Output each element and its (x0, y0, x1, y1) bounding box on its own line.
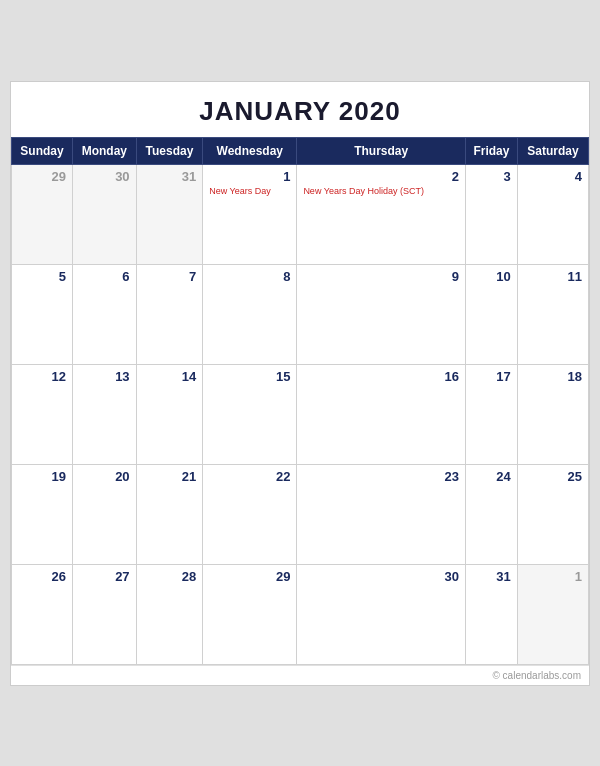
day-header-friday: Friday (466, 137, 518, 164)
calendar-day-cell: 3 (466, 164, 518, 264)
day-number: 19 (18, 469, 66, 484)
calendar-day-cell: 29 (12, 164, 73, 264)
day-header-wednesday: Wednesday (203, 137, 297, 164)
calendar-day-cell: 13 (73, 364, 137, 464)
day-header-monday: Monday (73, 137, 137, 164)
calendar-event: New Years Day Holiday (SCT) (303, 186, 459, 198)
day-number: 30 (303, 569, 459, 584)
day-number: 24 (472, 469, 511, 484)
day-number: 21 (143, 469, 197, 484)
day-number: 6 (79, 269, 130, 284)
calendar-title: JANUARY 2020 (11, 82, 589, 137)
day-number: 14 (143, 369, 197, 384)
calendar-week-row: 2627282930311 (12, 564, 589, 664)
calendar-day-cell: 29 (203, 564, 297, 664)
calendar-day-cell: 21 (136, 464, 203, 564)
calendar-day-cell: 6 (73, 264, 137, 364)
day-number: 26 (18, 569, 66, 584)
calendar-day-cell: 17 (466, 364, 518, 464)
calendar-day-cell: 15 (203, 364, 297, 464)
day-number: 1 (524, 569, 582, 584)
calendar-day-cell: 12 (12, 364, 73, 464)
day-number: 4 (524, 169, 582, 184)
calendar-day-cell: 1 (517, 564, 588, 664)
calendar-day-cell: 7 (136, 264, 203, 364)
calendar-day-cell: 27 (73, 564, 137, 664)
day-number: 28 (143, 569, 197, 584)
day-number: 20 (79, 469, 130, 484)
day-number: 16 (303, 369, 459, 384)
calendar-day-cell: 31 (466, 564, 518, 664)
calendar-day-cell: 5 (12, 264, 73, 364)
day-number: 8 (209, 269, 290, 284)
day-header-saturday: Saturday (517, 137, 588, 164)
calendar-day-cell: 23 (297, 464, 466, 564)
day-number: 13 (79, 369, 130, 384)
calendar-day-cell: 30 (73, 164, 137, 264)
calendar-week-row: 2930311New Years Day2New Years Day Holid… (12, 164, 589, 264)
day-number: 10 (472, 269, 511, 284)
day-number: 18 (524, 369, 582, 384)
calendar-day-cell: 9 (297, 264, 466, 364)
calendar-day-cell: 10 (466, 264, 518, 364)
day-number: 3 (472, 169, 511, 184)
calendar-day-cell: 18 (517, 364, 588, 464)
calendar-day-cell: 24 (466, 464, 518, 564)
calendar-week-row: 19202122232425 (12, 464, 589, 564)
calendar-day-cell: 1New Years Day (203, 164, 297, 264)
day-number: 11 (524, 269, 582, 284)
day-number: 7 (143, 269, 197, 284)
day-number: 30 (79, 169, 130, 184)
day-number: 23 (303, 469, 459, 484)
day-header-tuesday: Tuesday (136, 137, 203, 164)
calendar-day-cell: 25 (517, 464, 588, 564)
calendar-container: JANUARY 2020 SundayMondayTuesdayWednesda… (10, 81, 590, 686)
day-number: 29 (209, 569, 290, 584)
day-header-sunday: Sunday (12, 137, 73, 164)
calendar-day-cell: 30 (297, 564, 466, 664)
calendar-week-row: 12131415161718 (12, 364, 589, 464)
day-number: 25 (524, 469, 582, 484)
calendar-day-cell: 11 (517, 264, 588, 364)
calendar-day-cell: 20 (73, 464, 137, 564)
calendar-day-cell: 31 (136, 164, 203, 264)
calendar-day-cell: 19 (12, 464, 73, 564)
day-header-thursday: Thursday (297, 137, 466, 164)
day-number: 15 (209, 369, 290, 384)
calendar-table: SundayMondayTuesdayWednesdayThursdayFrid… (11, 137, 589, 665)
calendar-day-cell: 14 (136, 364, 203, 464)
calendar-day-cell: 22 (203, 464, 297, 564)
day-number: 22 (209, 469, 290, 484)
calendar-day-cell: 2New Years Day Holiday (SCT) (297, 164, 466, 264)
calendar-event: New Years Day (209, 186, 290, 198)
calendar-week-row: 567891011 (12, 264, 589, 364)
calendar-day-cell: 8 (203, 264, 297, 364)
footer-credit: © calendarlabs.com (11, 665, 589, 685)
calendar-day-cell: 26 (12, 564, 73, 664)
day-number: 31 (143, 169, 197, 184)
day-number: 17 (472, 369, 511, 384)
calendar-day-cell: 28 (136, 564, 203, 664)
calendar-day-cell: 4 (517, 164, 588, 264)
day-number: 27 (79, 569, 130, 584)
day-number: 9 (303, 269, 459, 284)
day-number: 12 (18, 369, 66, 384)
day-number: 1 (209, 169, 290, 184)
calendar-day-cell: 16 (297, 364, 466, 464)
day-number: 5 (18, 269, 66, 284)
day-number: 31 (472, 569, 511, 584)
day-number: 29 (18, 169, 66, 184)
day-number: 2 (303, 169, 459, 184)
